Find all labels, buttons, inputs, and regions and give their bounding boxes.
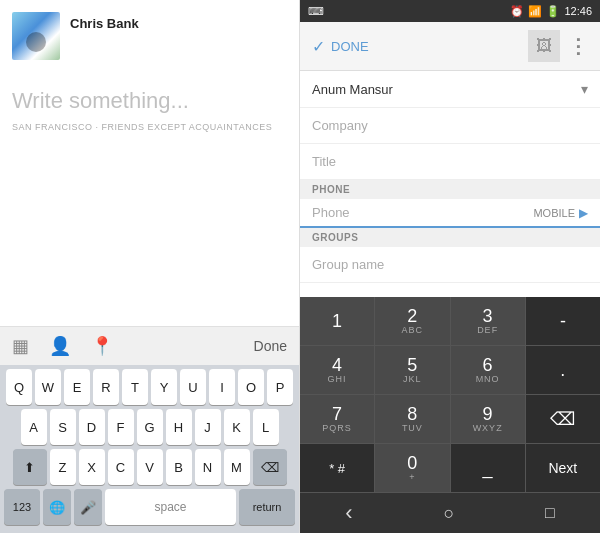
numpad-keyboard: 1 2ABC 3DEF - 4GHI 5JKL 6MNO . 7PQRS 8TU… — [300, 297, 600, 493]
avatar-image — [12, 12, 60, 60]
audience-info: SAN FRANCISCO · FRIENDS EXCEPT ACQUAINTA… — [12, 122, 287, 132]
key-e[interactable]: E — [64, 369, 90, 405]
name-value[interactable]: Anum Mansur — [312, 82, 581, 97]
phone-placeholder[interactable]: Phone — [312, 205, 533, 220]
done-check-icon: ✓ — [312, 37, 325, 56]
key-row-bottom: 123 🌐 🎤 space return — [2, 489, 297, 525]
key-s[interactable]: S — [50, 409, 76, 445]
group-field-row[interactable]: Group name — [300, 247, 600, 283]
contact-photo-placeholder: 🖼 — [528, 30, 560, 62]
return-key[interactable]: return — [239, 489, 295, 525]
numpad-row-4: * # 0+ _ Next — [300, 444, 600, 493]
phone-section-label: PHONE — [300, 180, 600, 199]
num-key-1[interactable]: 1 — [300, 297, 375, 345]
key-g[interactable]: G — [137, 409, 163, 445]
num-key-dot[interactable]: . — [526, 346, 600, 394]
key-k[interactable]: K — [224, 409, 250, 445]
left-panel: Chris Bank Write something... SAN FRANCI… — [0, 0, 300, 533]
key-a[interactable]: A — [21, 409, 47, 445]
key-r[interactable]: R — [93, 369, 119, 405]
numpad-row-2: 4GHI 5JKL 6MNO . — [300, 346, 600, 395]
num-key-0[interactable]: 0+ — [375, 444, 450, 492]
user-info: Chris Bank — [12, 12, 287, 60]
key-q[interactable]: Q — [6, 369, 32, 405]
recent-apps-button[interactable]: □ — [545, 504, 555, 522]
keyboard-status-icon: ⌨ — [308, 5, 324, 18]
key-d[interactable]: D — [79, 409, 105, 445]
numpad-row-1: 1 2ABC 3DEF - — [300, 297, 600, 346]
num-key-5[interactable]: 5JKL — [375, 346, 450, 394]
done-button[interactable]: Done — [254, 338, 287, 354]
space-key[interactable]: space — [105, 489, 236, 525]
key-x[interactable]: X — [79, 449, 105, 485]
key-o[interactable]: O — [238, 369, 264, 405]
num-key-underscore[interactable]: _ — [451, 444, 526, 492]
battery-icon: 🔋 — [546, 5, 560, 18]
num-key-2[interactable]: 2ABC — [375, 297, 450, 345]
num-key-7[interactable]: 7PQRS — [300, 395, 375, 443]
numpad-row-3: 7PQRS 8TUV 9WXYZ ⌫ — [300, 395, 600, 444]
name-dropdown-icon[interactable]: ▾ — [581, 81, 588, 97]
title-placeholder[interactable]: Title — [312, 154, 588, 169]
key-row-3: ⬆ Z X C V B N M ⌫ — [2, 449, 297, 485]
key-row-1: Q W E R T Y U I O P — [2, 369, 297, 405]
key-u[interactable]: U — [180, 369, 206, 405]
back-button[interactable]: ‹ — [345, 500, 352, 526]
key-w[interactable]: W — [35, 369, 61, 405]
company-field-row[interactable]: Company — [300, 108, 600, 144]
avatar — [12, 12, 60, 60]
key-n[interactable]: N — [195, 449, 221, 485]
contact-header: ✓ DONE 🖼 ⋮ — [300, 22, 600, 71]
delete-key[interactable]: ⌫ — [253, 449, 287, 485]
shift-key[interactable]: ⬆ — [13, 449, 47, 485]
more-options-button[interactable]: ⋮ — [568, 34, 588, 58]
status-bar: ⌨ ⏰ 📶 🔋 12:46 — [300, 0, 600, 22]
phone-expand-icon[interactable]: ▶ — [579, 206, 588, 220]
keyboard-left: Q W E R T Y U I O P A S D F G H J K L ⬆ … — [0, 365, 299, 533]
num-key-4[interactable]: 4GHI — [300, 346, 375, 394]
num-key-3[interactable]: 3DEF — [451, 297, 526, 345]
group-placeholder[interactable]: Group name — [312, 257, 588, 272]
user-name: Chris Bank — [70, 16, 139, 31]
title-field-row[interactable]: Title — [300, 144, 600, 180]
key-row-2: A S D F G H J K L — [2, 409, 297, 445]
num-key[interactable]: 123 — [4, 489, 40, 525]
phone-field-row[interactable]: Phone MOBILE ▶ — [300, 199, 600, 228]
key-b[interactable]: B — [166, 449, 192, 485]
key-j[interactable]: J — [195, 409, 221, 445]
key-l[interactable]: L — [253, 409, 279, 445]
key-h[interactable]: H — [166, 409, 192, 445]
key-t[interactable]: T — [122, 369, 148, 405]
num-key-9[interactable]: 9WXYZ — [451, 395, 526, 443]
wifi-icon: 📶 — [528, 5, 542, 18]
num-key-dash[interactable]: - — [526, 297, 600, 345]
person-icon[interactable]: 👤 — [49, 335, 71, 357]
key-z[interactable]: Z — [50, 449, 76, 485]
time-display: 12:46 — [564, 5, 592, 17]
post-area: Chris Bank Write something... SAN FRANCI… — [0, 0, 299, 326]
mic-key[interactable]: 🎤 — [74, 489, 102, 525]
location-icon[interactable]: 📍 — [91, 335, 113, 357]
left-toolbar: ▦ 👤 📍 Done — [0, 326, 299, 365]
contact-form: Anum Mansur ▾ Company Title PHONE Phone … — [300, 71, 600, 297]
home-button[interactable]: ○ — [443, 503, 454, 524]
num-key-8[interactable]: 8TUV — [375, 395, 450, 443]
key-f[interactable]: F — [108, 409, 134, 445]
company-placeholder[interactable]: Company — [312, 118, 588, 133]
groups-section-label: GROUPS — [300, 228, 600, 247]
key-i[interactable]: I — [209, 369, 235, 405]
key-p[interactable]: P — [267, 369, 293, 405]
num-key-symbols[interactable]: * # — [300, 444, 375, 492]
key-y[interactable]: Y — [151, 369, 177, 405]
key-v[interactable]: V — [137, 449, 163, 485]
photo-icon[interactable]: ▦ — [12, 335, 29, 357]
num-key-backspace[interactable]: ⌫ — [526, 395, 600, 443]
globe-key[interactable]: 🌐 — [43, 489, 71, 525]
num-key-6[interactable]: 6MNO — [451, 346, 526, 394]
key-m[interactable]: M — [224, 449, 250, 485]
nav-bar: ‹ ○ □ — [300, 493, 600, 533]
done-header-label[interactable]: DONE — [331, 39, 528, 54]
next-button[interactable]: Next — [526, 444, 600, 492]
key-c[interactable]: C — [108, 449, 134, 485]
write-placeholder[interactable]: Write something... — [12, 88, 287, 114]
